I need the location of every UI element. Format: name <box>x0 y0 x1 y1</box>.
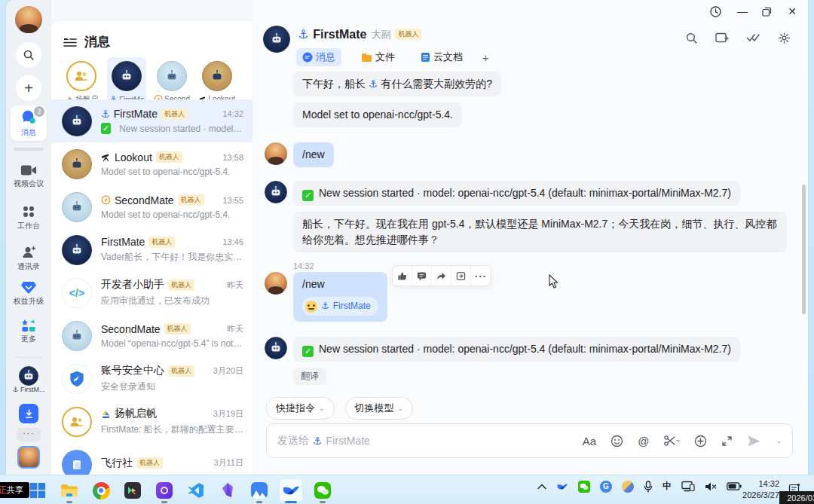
taskbar-app-wechat-icon[interactable] <box>311 478 335 502</box>
chat-list-item[interactable]: 扬帆启帆 3月19日 FirstMate: 船长，群聊的配置主要在 ... <box>51 400 252 443</box>
maximize-button[interactable] <box>757 3 776 20</box>
tab-消息[interactable]: 消息 <box>296 48 341 66</box>
chat-list-item[interactable]: 飞行社 机器人 3月11日 <box>51 443 252 475</box>
bot-badge: 机器人 <box>148 237 175 248</box>
mention-icon[interactable]: @ <box>638 435 649 447</box>
chat-items: ⚓ FirstMate 机器人 14:32 ✓New session start… <box>51 99 252 475</box>
video-icon <box>20 163 37 177</box>
item-avatar <box>62 235 92 265</box>
taskbar-clock[interactable]: 14:32 2026/3/27 <box>742 478 779 501</box>
chat-tabs: 消息文件云文档+ <box>296 48 489 66</box>
send-icon[interactable] <box>747 435 761 447</box>
tray-chevron-up-icon[interactable] <box>537 484 546 490</box>
chat-list-item[interactable]: ⚓ FirstMate 机器人 14:32 ✓New session start… <box>51 99 252 142</box>
tray-mic-icon[interactable] <box>644 481 653 493</box>
tray-g-circle-icon[interactable]: G <box>600 481 612 493</box>
attach-plus-icon[interactable] <box>694 435 707 447</box>
user-message-avatar[interactable] <box>265 272 287 295</box>
screenshot-scissors-icon[interactable] <box>663 435 680 447</box>
chat-list-item[interactable]: SecondMate 机器人 昨天 Model “openai-ncc/gpt-… <box>51 314 252 357</box>
settings-gear-icon[interactable] <box>776 30 791 45</box>
reply-icon[interactable] <box>412 266 432 286</box>
download-icon[interactable] <box>19 404 38 423</box>
item-avatar: </> <box>62 278 92 308</box>
emoji-icon[interactable] <box>610 435 623 447</box>
more-icon[interactable]: ··· <box>471 266 491 286</box>
status-bubble: ✓New session started · model: openai-ncc… <box>293 181 740 206</box>
format-text-icon[interactable]: Aa <box>583 435 596 447</box>
quick-button-快捷指令[interactable]: 快捷指令⌄ <box>266 397 335 420</box>
bot-badge: 机器人 <box>164 323 191 334</box>
bot-badge: 机器人 <box>178 194 204 206</box>
rail-item-contacts[interactable]: 通讯录 <box>11 241 47 275</box>
rail-more-icon[interactable]: ··· <box>17 428 41 441</box>
send-options-chevron[interactable]: ⌄ <box>776 437 782 444</box>
translate-button[interactable]: 翻译 <box>293 368 326 385</box>
tray-ime-icon[interactable]: 中 <box>663 480 672 493</box>
rail-item-more[interactable]: 更多 <box>11 315 47 347</box>
tray-wechat-mini-icon[interactable] <box>578 481 590 493</box>
message-input[interactable]: 发送给 ⚓ FirstMate Aa @ ⌄ <box>266 423 793 458</box>
add-tab-button[interactable]: + <box>482 51 489 64</box>
date-tooltip: 2026/03 <box>779 491 814 504</box>
rail-item-messages[interactable]: 2 消息 <box>11 105 47 141</box>
chat-list-item[interactable]: 账号安全中心 机器人 3月20日 安全登录通知 <box>51 357 252 400</box>
chat-list-item[interactable]: SecondMate 机器人 13:55 Model set to openai… <box>51 185 252 228</box>
search-chat-icon[interactable] <box>684 30 699 45</box>
taskbar-app-feishu-icon[interactable] <box>279 478 303 502</box>
minimize-button[interactable]: — <box>733 3 752 20</box>
taskbar-app-pixpin-icon[interactable] <box>152 478 176 502</box>
titlebar: — ✕ <box>6 0 808 23</box>
tray-battery-icon[interactable] <box>727 482 742 490</box>
forward-icon[interactable] <box>432 266 451 286</box>
filter-list-icon[interactable] <box>63 36 77 48</box>
rail-pinned-bot[interactable]: ⚓ FirstM... <box>6 366 51 393</box>
unread-badge: 2 <box>34 106 44 117</box>
bot-message-avatar[interactable] <box>265 181 287 203</box>
pinned-avatar <box>112 61 142 91</box>
expand-icon[interactable] <box>721 435 733 447</box>
tab-文件[interactable]: 文件 <box>355 48 401 66</box>
search-icon[interactable] <box>16 42 41 68</box>
tab-云文档[interactable]: 云文档 <box>415 48 469 66</box>
quote-icon[interactable] <box>451 266 471 286</box>
bot-message-avatar[interactable] <box>265 337 287 359</box>
tray-volume-muted-icon[interactable] <box>705 481 717 492</box>
anchor-icon: ⚓ <box>313 435 323 447</box>
quick-button-切换模型[interactable]: 切换模型⌄ <box>345 397 414 420</box>
history-icon[interactable] <box>705 3 725 20</box>
bot-badge: 机器人 <box>168 365 194 377</box>
close-button[interactable]: ✕ <box>782 3 802 20</box>
new-window-icon[interactable] <box>715 30 730 45</box>
rail-item-video[interactable]: 视频会议 <box>11 160 47 192</box>
rail-item-workbench[interactable]: 工作台 <box>11 200 47 234</box>
chat-title: FirstMate <box>313 28 366 41</box>
chat-list-item[interactable]: Lookout 机器人 13:58 Model set to openai-nc… <box>51 142 252 185</box>
taskbar-app-explorer-icon[interactable] <box>57 478 81 502</box>
chat-list-item[interactable]: </> 开发者小助手 机器人 昨天 应用审批通过，已发布成功 <box>51 271 252 314</box>
chat-scrollbar[interactable] <box>802 185 806 314</box>
mark-read-icon[interactable] <box>745 30 760 45</box>
tray-cast-icon[interactable] <box>681 481 695 492</box>
reaction-pill[interactable]: ⚓FirstMate <box>302 297 378 316</box>
user-bubble: /new ⚓FirstMate <box>293 272 387 322</box>
chat-avatar[interactable] <box>263 26 290 53</box>
app-window: + 2 消息 视频会议 工作台 通讯录 <box>6 0 808 475</box>
taskbar-app-mountain-icon[interactable] <box>247 478 271 502</box>
taskbar-app-obsidian-icon[interactable] <box>216 478 240 502</box>
bot-badge: 机器人 <box>161 108 188 120</box>
screenshare-thumbnail[interactable] <box>17 446 40 469</box>
rail-item-upgrade[interactable]: 权益升级 <box>11 277 47 310</box>
taskbar-app-vscode-icon[interactable] <box>184 478 208 502</box>
check-icon: ✓ <box>101 123 111 134</box>
tray-globe-icon[interactable] <box>622 481 634 493</box>
taskbar-app-chrome-icon[interactable] <box>89 478 113 502</box>
thumbs-up-icon[interactable] <box>393 266 412 286</box>
tray-feishu-mini-icon[interactable] <box>556 481 568 492</box>
user-message-avatar[interactable] <box>265 142 287 165</box>
taskbar-app-terminal-icon[interactable] <box>121 478 145 502</box>
message-area: 下午好，船长 ⚓ 有什么需要大副效劳的?Model set to openai-… <box>252 69 808 392</box>
chat-list-item[interactable]: FirstMate 机器人 13:46 Vader船长，下午好！我是你忠实的IS… <box>51 228 252 271</box>
create-plus-button[interactable]: + <box>16 75 41 101</box>
screen-share-badge[interactable]: 正共享 <box>0 482 29 498</box>
